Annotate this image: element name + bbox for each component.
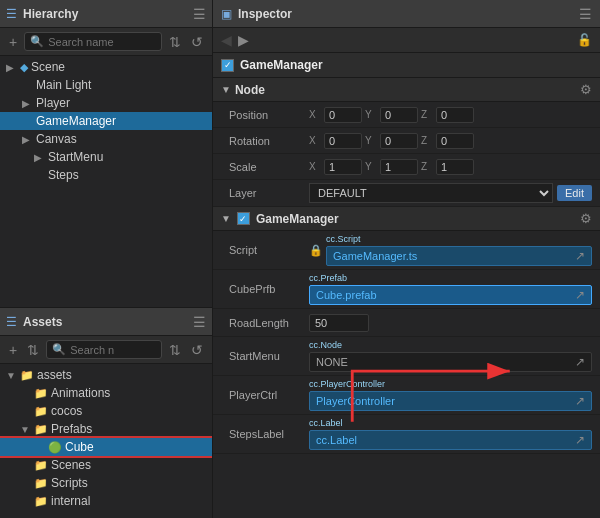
position-x-input[interactable] [324, 107, 362, 123]
scale-fields: X Y Z [309, 159, 592, 175]
hierarchy-refresh-btn[interactable]: ↺ [188, 33, 206, 51]
tree-item-cube[interactable]: 🟢 Cube [0, 438, 212, 456]
assets-icon: ☰ [6, 315, 17, 329]
scripts-label: Scripts [51, 476, 88, 490]
assets-header: ☰ Assets ☰ [0, 308, 212, 336]
assets-root-arrow: ▼ [6, 370, 18, 381]
stepslabel-type-tag: cc.Label [309, 418, 592, 428]
playerctrl-row: PlayerCtrl cc.PlayerController PlayerCon… [213, 376, 600, 415]
cubeprefab-link-btn[interactable]: ↗ [575, 288, 585, 302]
tree-item-cocos[interactable]: 📁 cocos [0, 402, 212, 420]
stepslabel-link-btn[interactable]: ↗ [575, 433, 585, 447]
hierarchy-collapse-btn[interactable]: ⇅ [166, 33, 184, 51]
cube-prefab-icon: 🟢 [48, 441, 62, 454]
component-arrow: ▼ [221, 213, 231, 224]
assets-search-box: 🔍 [46, 340, 162, 359]
nav-forward-arrow[interactable]: ▶ [238, 32, 249, 48]
steps-label: Steps [48, 168, 79, 182]
script-value-box: GameManager.ts ↗ [326, 246, 592, 266]
tree-item-steps[interactable]: Steps [0, 166, 212, 184]
lock-icon[interactable]: 🔓 [577, 33, 592, 47]
mainlight-label: Main Light [36, 78, 91, 92]
position-y-input[interactable] [380, 107, 418, 123]
roadlength-label: RoadLength [229, 317, 309, 329]
scale-z-label: Z [421, 161, 433, 172]
inspector-nav: ◀ ▶ 🔓 [213, 28, 600, 53]
player-arrow: ▶ [22, 98, 34, 109]
assets-add-btn[interactable]: + [6, 341, 20, 359]
component-header: ▼ GameManager ⚙ [213, 207, 600, 231]
tree-item-gamemanager[interactable]: GameManager [0, 112, 212, 130]
position-fields: X Y Z [309, 107, 592, 123]
playerctrl-link-btn[interactable]: ↗ [575, 394, 585, 408]
assets-tree: ▼ 📁 assets 📁 Animations 📁 cocos [0, 364, 212, 518]
tree-item-scripts[interactable]: 📁 Scripts [0, 474, 212, 492]
startmenu-field-wrap: cc.Node NONE ↗ [309, 340, 592, 372]
startmenu-type-tag: cc.Node [309, 340, 592, 350]
tree-item-scenes[interactable]: 📁 Scenes [0, 456, 212, 474]
layer-select[interactable]: DEFAULT [309, 183, 553, 203]
inspector-panel-icon: ▣ [221, 7, 232, 21]
tree-item-player[interactable]: ▶ Player [0, 94, 212, 112]
scale-y-input[interactable] [380, 159, 418, 175]
component-checkbox[interactable] [237, 212, 250, 225]
position-z-input[interactable] [436, 107, 474, 123]
tree-item-assets-root[interactable]: ▼ 📁 assets [0, 366, 212, 384]
hierarchy-menu-icon[interactable]: ☰ [193, 6, 206, 22]
rotation-z-input[interactable] [436, 133, 474, 149]
component-checkbox-wrap [237, 212, 250, 225]
cubeprefab-value-box: Cube.prefab ↗ [309, 285, 592, 305]
cocos-folder-icon: 📁 [34, 405, 48, 418]
tree-item-canvas[interactable]: ▶ Canvas [0, 130, 212, 148]
cube-label: Cube [65, 440, 94, 454]
assets-search-input[interactable] [70, 344, 156, 356]
stepslabel-field-wrap: cc.Label cc.Label ↗ [309, 418, 592, 450]
assets-title: Assets [23, 315, 187, 329]
roadlength-input[interactable] [309, 314, 369, 332]
node-section-arrow: ▼ [221, 84, 231, 95]
rotation-y-input[interactable] [380, 133, 418, 149]
tree-item-scene[interactable]: ▶ ◆ Scene [0, 58, 212, 76]
cubeprefab-field-wrap: cc.Prefab Cube.prefab ↗ [309, 273, 592, 305]
assets-sort-btn[interactable]: ⇅ [24, 341, 42, 359]
hierarchy-search-icon: 🔍 [30, 35, 44, 48]
tree-item-prefabs[interactable]: ▼ 📁 Prefabs [0, 420, 212, 438]
gamemanager-name: GameManager [240, 58, 323, 72]
inspector-content: ◀ ▶ 🔓 GameManager ▼ Node ⚙ Position X [213, 28, 600, 518]
inspector-title: Inspector [238, 7, 573, 21]
rotation-x-input[interactable] [324, 133, 362, 149]
position-y-label: Y [365, 109, 377, 120]
script-link-btn[interactable]: ↗ [575, 249, 585, 263]
scale-x-input[interactable] [324, 159, 362, 175]
cubeprefab-value: Cube.prefab [316, 289, 377, 301]
node-section-header[interactable]: ▼ Node ⚙ [213, 78, 600, 102]
tree-item-mainlight[interactable]: Main Light [0, 76, 212, 94]
assets-collapse-btn[interactable]: ⇅ [166, 341, 184, 359]
gamemanager-checkbox[interactable] [221, 59, 234, 72]
roadlength-row: RoadLength [213, 309, 600, 337]
hierarchy-add-btn[interactable]: + [6, 33, 20, 51]
nav-back-arrow[interactable]: ◀ [221, 32, 232, 48]
rotation-label: Rotation [229, 135, 309, 147]
scale-z-input[interactable] [436, 159, 474, 175]
cubeprefab-type-tag: cc.Prefab [309, 273, 592, 283]
layer-row: Layer DEFAULT Edit [213, 180, 600, 207]
script-lock-icon: 🔒 [309, 244, 323, 257]
tree-item-animations[interactable]: 📁 Animations [0, 384, 212, 402]
layer-edit-button[interactable]: Edit [557, 185, 592, 201]
hierarchy-search-box: 🔍 [24, 32, 162, 51]
tree-item-internal[interactable]: 📁 internal [0, 492, 212, 510]
inspector-menu-icon[interactable]: ☰ [579, 6, 592, 22]
tree-item-startmenu[interactable]: ▶ StartMenu [0, 148, 212, 166]
node-gear-icon[interactable]: ⚙ [580, 82, 592, 97]
startmenu-link-btn[interactable]: ↗ [575, 355, 585, 369]
assets-menu-icon[interactable]: ☰ [193, 314, 206, 330]
component-gear-icon[interactable]: ⚙ [580, 211, 592, 226]
assets-refresh-btn[interactable]: ↺ [188, 341, 206, 359]
hierarchy-search-input[interactable] [48, 36, 156, 48]
assets-search-icon: 🔍 [52, 343, 66, 356]
hierarchy-title: Hierarchy [23, 7, 187, 21]
assets-root-label: assets [37, 368, 72, 382]
internal-folder-icon: 📁 [34, 495, 48, 508]
stepslabel-value: cc.Label [316, 434, 357, 446]
